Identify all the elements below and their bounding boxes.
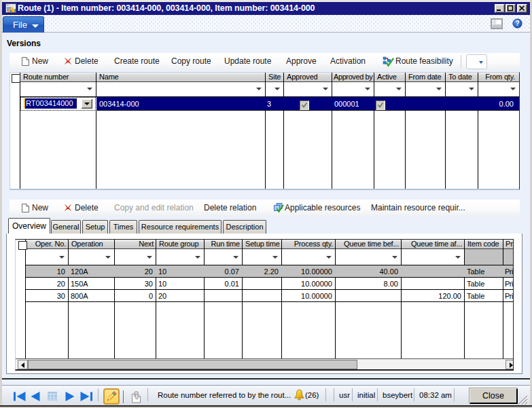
svg-text:?: ? (515, 20, 519, 27)
